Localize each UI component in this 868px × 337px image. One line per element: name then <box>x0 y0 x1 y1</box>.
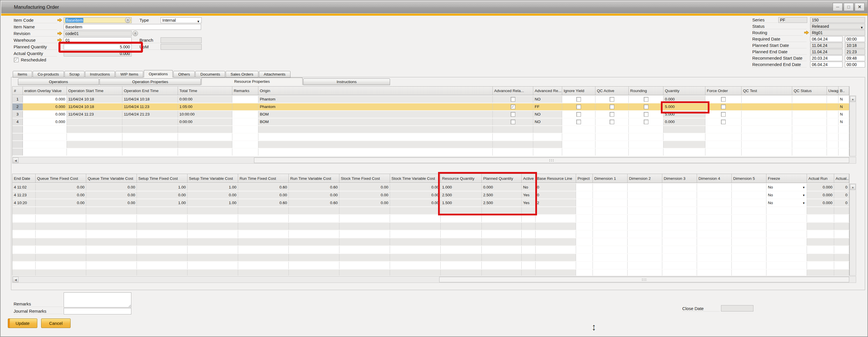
cell-dimension-3[interactable] <box>662 191 697 199</box>
cell-rounding[interactable] <box>629 118 663 125</box>
cell-qc-test[interactable] <box>742 96 792 103</box>
cell-dimension-1[interactable] <box>593 191 627 199</box>
recommended-start-time-field[interactable]: 09:48 <box>845 55 865 61</box>
cell-force-order[interactable] <box>705 103 742 110</box>
force-order-checkbox[interactable] <box>721 119 726 124</box>
cell-dimension-3[interactable] <box>662 184 697 191</box>
cell-project[interactable] <box>576 191 593 199</box>
scroll-up-icon[interactable]: ▲ <box>850 96 856 102</box>
cell-uwagi2[interactable] <box>827 118 838 125</box>
scrollbar-thumb[interactable] <box>254 158 849 163</box>
force-order-checkbox[interactable] <box>721 97 726 102</box>
cell-ignore-yield[interactable] <box>562 111 595 118</box>
required-time-field[interactable]: 00:00 <box>845 36 865 42</box>
recommended-end-date-field[interactable]: 06.04.24 <box>810 62 842 67</box>
cell-b[interactable]: N <box>838 103 849 110</box>
remarks-input[interactable] <box>64 292 131 307</box>
cell-dimension-2[interactable] <box>627 184 662 191</box>
cell-b[interactable]: N <box>838 111 849 118</box>
cell-dimension-4[interactable] <box>697 191 732 199</box>
scroll-left-icon[interactable]: ◀ <box>13 277 19 282</box>
cell-qc-status[interactable] <box>792 103 827 110</box>
cell-qc-test[interactable] <box>742 118 792 125</box>
tab-instructions[interactable]: Instructions <box>303 79 390 85</box>
cell-rounding[interactable] <box>629 96 663 103</box>
ignore-yield-checkbox[interactable] <box>576 119 581 124</box>
choose-from-list-icon[interactable]: ≡ <box>125 17 130 23</box>
item-code-field[interactable]: Baseitem <box>64 17 132 23</box>
minimize-icon[interactable]: ─ <box>833 3 842 11</box>
cell-b[interactable]: N <box>838 96 849 103</box>
tab-co-products[interactable]: Co-products <box>33 71 64 78</box>
cell-eration-overlay-value[interactable]: 0.000 <box>23 111 67 118</box>
row-number[interactable]: 4 <box>12 118 23 125</box>
required-date-field[interactable]: 06.04.24 <box>810 36 842 42</box>
advanced-rela-checkbox[interactable] <box>511 119 515 124</box>
cell-qc-active[interactable] <box>595 111 629 118</box>
cell-qc-test[interactable] <box>742 103 792 110</box>
cell-remarks[interactable] <box>232 111 258 118</box>
tab-items[interactable]: Items <box>13 71 32 78</box>
cell-dimension-1[interactable] <box>593 184 627 191</box>
journal-remarks-input[interactable] <box>64 308 131 314</box>
cell-dimension-1[interactable] <box>593 199 627 206</box>
rounding-checkbox[interactable] <box>644 119 648 124</box>
recommended-start-date-field[interactable]: 20.03.24 <box>810 55 842 61</box>
cell-qc-status[interactable] <box>792 96 827 103</box>
cell-qc-active[interactable] <box>595 103 629 110</box>
cell-freeze[interactable]: No▼ <box>767 191 807 199</box>
cell-force-order[interactable] <box>705 111 742 118</box>
advanced-rela-checkbox[interactable] <box>511 97 515 102</box>
cell-b[interactable]: N <box>838 118 849 125</box>
rounding-checkbox[interactable] <box>644 97 648 102</box>
close-icon[interactable]: ✕ <box>855 3 865 11</box>
qc-active-checkbox[interactable] <box>610 97 614 102</box>
ignore-yield-checkbox[interactable] <box>576 97 581 102</box>
cell-eration-overlay-value[interactable]: 0.000 <box>23 118 67 125</box>
tab-documents[interactable]: Documents <box>195 71 225 78</box>
cell-force-order[interactable] <box>705 96 742 103</box>
cell-remarks[interactable] <box>232 118 258 125</box>
cell-qc-status[interactable] <box>792 111 827 118</box>
link-arrow-icon[interactable] <box>57 31 62 36</box>
cell-freeze[interactable]: No▼ <box>767 184 807 191</box>
cell-qc-active[interactable] <box>595 118 629 125</box>
tab-sales-orders[interactable]: Sales Orders <box>226 71 258 78</box>
cell-dimension-2[interactable] <box>627 199 662 206</box>
cell-advanced-rela[interactable] <box>493 118 533 125</box>
cell-uwagi2[interactable] <box>827 111 838 118</box>
advanced-rela-checkbox[interactable] <box>511 112 515 117</box>
cell-dimension-5[interactable] <box>732 191 767 199</box>
operations-grid-hscrollbar[interactable]: ◀ <box>12 157 856 164</box>
ignore-yield-checkbox[interactable] <box>576 112 581 117</box>
status-dropdown[interactable]: Released▼ <box>810 24 865 29</box>
cell-ignore-yield[interactable] <box>562 103 595 110</box>
rounding-checkbox[interactable] <box>644 112 648 117</box>
force-order-checkbox[interactable] <box>721 112 726 117</box>
scroll-left-icon[interactable]: ◀ <box>13 158 19 163</box>
cell-ignore-yield[interactable] <box>562 96 595 103</box>
tab-operations[interactable]: Operations <box>18 79 99 85</box>
tab-others[interactable]: Others <box>173 71 195 78</box>
cell-remarks[interactable] <box>232 96 258 103</box>
advanced-rela-checkbox[interactable] <box>511 105 515 109</box>
qc-active-checkbox[interactable] <box>610 119 614 124</box>
cell-dimension-5[interactable] <box>732 199 767 206</box>
link-arrow-icon[interactable] <box>804 30 809 35</box>
cell-dimension-4[interactable] <box>697 199 732 206</box>
cell-dimension-5[interactable] <box>732 184 767 191</box>
item-name-field[interactable]: Baseitem <box>64 24 201 30</box>
cell-qc-test[interactable] <box>742 111 792 118</box>
cell-qc-active[interactable] <box>595 96 629 103</box>
row-number[interactable]: 3 <box>12 111 23 118</box>
cell-dimension-4[interactable] <box>697 184 732 191</box>
qc-active-checkbox[interactable] <box>610 112 614 117</box>
cell-qc-status[interactable] <box>792 118 827 125</box>
force-order-checkbox[interactable] <box>721 105 726 109</box>
rounding-checkbox[interactable] <box>644 105 648 109</box>
choose-from-list-icon[interactable]: ≡ <box>132 31 138 36</box>
cell-advanced-rela[interactable] <box>493 103 533 110</box>
title-bar[interactable]: Manufacturing Order <box>1 1 867 13</box>
qc-active-checkbox[interactable] <box>610 105 614 109</box>
row-number[interactable]: 2 <box>12 103 23 110</box>
